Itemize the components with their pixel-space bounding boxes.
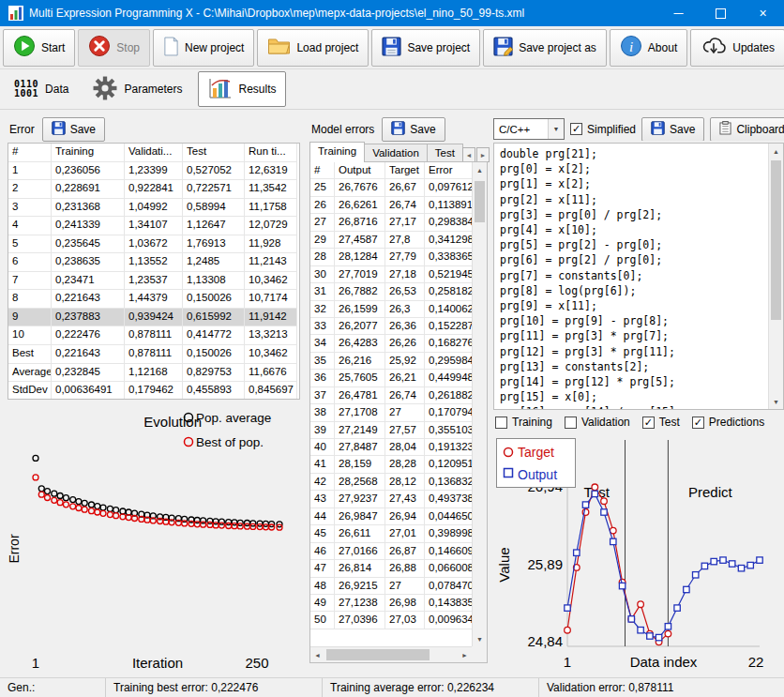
model-errors-table[interactable]: #OutputTargetError2526,767626,670,097612…	[310, 162, 472, 646]
code-panel[interactable]: double prg[21];prg[0] = x[2];prg[1] = x[…	[493, 143, 784, 410]
scroll-up-icon[interactable]: ▲	[769, 144, 783, 159]
error-table[interactable]: #TrainingValidati...TestRun ti...10,2360…	[8, 143, 300, 400]
scroll-left-icon[interactable]: ◄	[310, 647, 324, 662]
close-button[interactable]: ×	[742, 0, 784, 26]
table-cell: 27,8487	[335, 439, 385, 456]
table-row[interactable]: Best0,2216430,8781110,15002610,3462	[8, 345, 299, 364]
clipboard-button[interactable]: Clipboard	[710, 117, 784, 141]
scrollbar-thumb[interactable]	[475, 181, 485, 222]
model-errors-save-button[interactable]: Save	[382, 117, 445, 142]
toggle-predictions[interactable]: ✓Predictions	[692, 416, 764, 429]
svg-text:Predict: Predict	[688, 484, 733, 500]
table-row[interactable]: 4426,984726,940,044650	[310, 508, 472, 525]
maximize-button[interactable]	[700, 0, 742, 26]
table-row[interactable]: 3526,21625,920,295984	[310, 353, 472, 370]
nav-data-label: Data	[45, 83, 68, 96]
table-row[interactable]: 5027,039627,030,009634	[310, 612, 472, 629]
tab-scroll-left-icon[interactable]: ◄	[462, 147, 475, 162]
start-button[interactable]: Start	[3, 29, 75, 67]
table-cell: 32	[310, 301, 335, 318]
table-row[interactable]: 3927,214927,570,355103	[310, 422, 472, 439]
nav-parameters-label: Parameters	[124, 83, 182, 96]
table-row[interactable]: 4327,923727,430,493738	[310, 491, 472, 508]
toggle-validation[interactable]: Validation	[565, 416, 630, 429]
table-row[interactable]: 50,2356451,036721,7691311,928	[8, 235, 299, 254]
table-row[interactable]: 3625,760526,210,449948	[310, 370, 472, 386]
table-cell: 49	[310, 595, 335, 612]
table-row[interactable]: 40,2413391,341071,1264712,0729	[8, 217, 299, 235]
window-controls: ─ ×	[657, 0, 784, 26]
table-row[interactable]: 100,2224760,8781110,41477213,3213	[8, 326, 299, 345]
scrollbar-thumb[interactable]	[771, 160, 781, 320]
table-row[interactable]: 2526,767626,670,097612	[310, 179, 472, 196]
table-row[interactable]: 4128,15928,280,120951	[310, 456, 472, 473]
stop-button[interactable]: Stop	[78, 29, 150, 67]
code-line: prg[14] = prg[12] * prg[5];	[500, 374, 768, 389]
table-row[interactable]: 70,234711,235371,1330810,3462	[8, 272, 299, 291]
table-row[interactable]: 3126,788226,530,258182	[310, 283, 472, 300]
chevron-down-icon[interactable]: ▼	[548, 119, 564, 139]
table-row[interactable]: 3027,701927,180,521945	[310, 266, 472, 283]
scroll-down-icon[interactable]: ▼	[473, 631, 487, 646]
scroll-up-icon[interactable]: ▲	[473, 162, 487, 177]
scrollbar-thumb[interactable]	[326, 649, 430, 660]
updates-button[interactable]: Updates	[690, 29, 784, 67]
table-row[interactable]: 4526,61127,010,398998	[310, 525, 472, 542]
model-errors-header: Model errors Save	[311, 117, 445, 141]
save-project-as-button[interactable]: Save project as	[483, 29, 607, 67]
save-project-button[interactable]: Save project	[371, 29, 480, 67]
tab-validation[interactable]: Validation	[364, 144, 428, 162]
table-row[interactable]: 30,2313681,049920,5899411,1758	[8, 199, 299, 218]
table-row[interactable]: 3827,1708270,170794	[310, 404, 472, 421]
table-row[interactable]: Average0,2328451,121680,82975311,6676	[8, 364, 299, 383]
scroll-down-icon[interactable]: ▼	[769, 394, 783, 409]
load-project-button[interactable]: Load project	[257, 29, 369, 67]
horizontal-scrollbar[interactable]: ◄ ►	[310, 646, 472, 662]
new-project-button[interactable]: New project	[153, 29, 254, 67]
table-row[interactable]: 2927,458727,80,341298	[310, 232, 472, 249]
table-row[interactable]: 4627,016626,870,146609	[310, 543, 472, 560]
table-row[interactable]: 3726,478126,740,261882	[310, 387, 472, 404]
table-cell: 26,67	[385, 179, 425, 196]
nav-parameters-button[interactable]: Parameters	[84, 72, 190, 106]
language-select[interactable]: C/C++ ▼	[493, 118, 565, 140]
tab-test[interactable]: Test	[427, 144, 463, 162]
table-cell: 0,152287	[425, 318, 472, 335]
code-save-button[interactable]: Save	[641, 117, 704, 141]
table-row[interactable]: 20,2286910,9228410,72257111,3542	[8, 180, 299, 199]
table-row[interactable]: StdDev0,006364910,1794620,4558930,845697	[8, 382, 299, 400]
scroll-right-icon[interactable]: ►	[458, 647, 472, 662]
toggle-test[interactable]: ✓Test	[642, 416, 680, 429]
table-row[interactable]: 2828,128427,790,338365	[310, 249, 472, 265]
tab-training[interactable]: Training	[309, 142, 365, 162]
table-row[interactable]: 10,2360561,233990,52705212,6319	[8, 162, 299, 181]
output-chart: 26,9425,8924,84Value1Data index22TestPre…	[493, 433, 784, 674]
table-row[interactable]: 90,2378830,9394240,61599211,9142	[8, 309, 299, 327]
table-row[interactable]: 3426,428326,260,168276	[310, 335, 472, 352]
nav-data-button[interactable]: 01101001 Data	[6, 72, 77, 106]
table-row[interactable]: 2626,626126,740,113891	[310, 197, 472, 214]
table-row[interactable]: 3326,207726,360,152287	[310, 318, 472, 335]
table-row[interactable]: 60,2386351,135521,248511,2143	[8, 253, 299, 272]
svg-text:1: 1	[564, 654, 571, 670]
table-row[interactable]: 3226,159926,30,140062	[310, 301, 472, 318]
vertical-scrollbar[interactable]: ▲ ▼	[768, 144, 783, 409]
table-cell: 1,13552	[125, 253, 183, 272]
minimize-button[interactable]: ─	[657, 0, 700, 26]
toggle-training[interactable]: Training	[495, 416, 552, 429]
error-save-button[interactable]: Save	[42, 117, 105, 142]
tab-scroll-right-icon[interactable]: ►	[476, 147, 490, 162]
code-line: prg[10] = prg[9] - prg[8];	[500, 313, 768, 328]
about-button[interactable]: i About	[610, 29, 687, 67]
nav-results-button[interactable]: Results	[198, 71, 285, 107]
table-row[interactable]: 2726,871627,170,298384	[310, 214, 472, 231]
vertical-scrollbar[interactable]: ▲ ▼	[472, 162, 487, 646]
table-row[interactable]: 4927,123826,980,143835	[310, 595, 472, 612]
table-row[interactable]: 4826,9215270,078470	[310, 578, 472, 595]
table-row[interactable]: 4726,81426,880,066008	[310, 560, 472, 577]
table-row[interactable]: 4228,256828,120,136832	[310, 474, 472, 491]
table-row[interactable]: 4027,848728,040,191323	[310, 439, 472, 456]
simplified-checkbox[interactable]: ✓ Simplified	[570, 123, 636, 136]
table-cell: 5	[8, 235, 52, 254]
table-row[interactable]: 80,2216431,443790,15002610,7174	[8, 290, 299, 309]
